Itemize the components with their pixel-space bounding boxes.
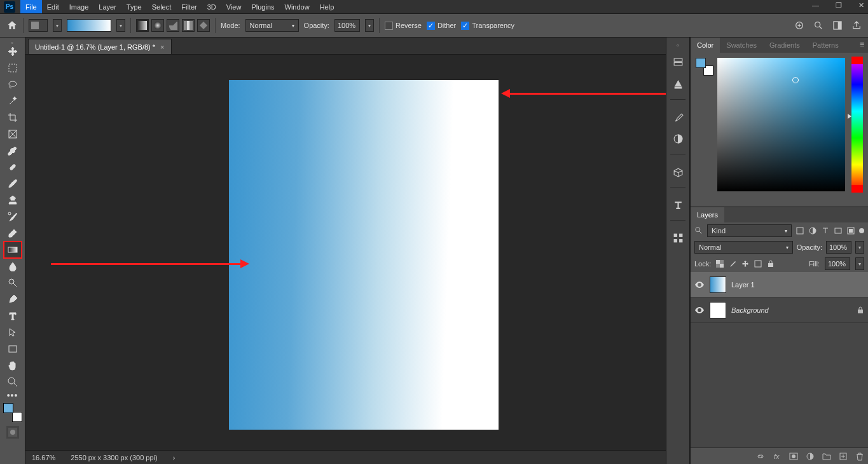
canvas-area[interactable] — [25, 55, 666, 450]
tab-patterns[interactable]: Patterns — [806, 38, 845, 53]
menu-edit[interactable]: Edit — [42, 0, 64, 13]
eyedropper-tool[interactable] — [4, 142, 22, 159]
quick-mask-icon[interactable] — [6, 426, 19, 439]
properties-panel-icon[interactable] — [670, 76, 685, 92]
layer-filter-select[interactable]: Kind▾ — [707, 224, 792, 237]
blend-mode-select[interactable]: Normal▾ — [245, 19, 299, 32]
filter-toggle-icon[interactable] — [859, 228, 864, 233]
home-icon[interactable] — [6, 20, 18, 31]
lock-position-icon[interactable] — [741, 260, 749, 268]
lasso-tool[interactable] — [4, 76, 22, 93]
libraries-panel-icon[interactable] — [670, 164, 685, 179]
layer-name[interactable]: Layer 1 — [731, 281, 864, 289]
history-brush-tool[interactable] — [4, 208, 22, 225]
lock-all-icon[interactable] — [767, 260, 775, 268]
menu-window[interactable]: Window — [280, 0, 315, 13]
menu-3d[interactable]: 3D — [202, 0, 221, 13]
blur-tool[interactable] — [4, 258, 22, 275]
filter-pixel-icon[interactable] — [796, 226, 804, 235]
tab-close-icon[interactable]: × — [160, 43, 164, 51]
fg-swatch[interactable] — [696, 58, 706, 68]
gradient-radial-icon[interactable] — [151, 19, 164, 32]
document-canvas[interactable] — [229, 80, 499, 430]
hue-pointer-icon[interactable] — [848, 114, 851, 119]
menu-select[interactable]: Select — [147, 0, 177, 13]
cloud-icon[interactable] — [794, 20, 804, 31]
lock-artboard-icon[interactable] — [754, 260, 762, 268]
frame-tool[interactable] — [4, 126, 22, 142]
filter-type-icon[interactable] — [821, 226, 830, 235]
character-panel-icon[interactable] — [670, 197, 685, 212]
menu-layer[interactable]: Layer — [93, 0, 121, 13]
layer-opacity-dropdown[interactable]: ▾ — [855, 241, 864, 254]
adjustment-layer-icon[interactable] — [806, 452, 815, 461]
clone-stamp-tool[interactable] — [4, 192, 22, 208]
layer-blend-select[interactable]: Normal▾ — [694, 241, 793, 254]
gradient-angle-icon[interactable] — [167, 19, 179, 32]
gradient-dropdown[interactable]: ▾ — [116, 19, 125, 32]
window-restore-icon[interactable]: ❐ — [836, 1, 842, 10]
adjustments-panel-icon[interactable] — [670, 131, 685, 146]
layer-opacity-input[interactable]: 100% — [826, 241, 851, 254]
visibility-icon[interactable] — [694, 305, 705, 315]
transparency-checkbox[interactable]: ✓Transparency — [461, 22, 514, 30]
fill-dropdown[interactable]: ▾ — [855, 257, 864, 270]
tool-preset-dropdown[interactable]: ▾ — [53, 19, 62, 32]
menu-image[interactable]: Image — [64, 0, 94, 13]
hue-slider[interactable] — [851, 58, 863, 191]
layer-style-icon[interactable]: fx — [773, 452, 782, 461]
lock-pixels-icon[interactable] — [729, 260, 736, 268]
filter-adjust-icon[interactable] — [808, 226, 817, 235]
layer-thumbnail[interactable] — [710, 276, 726, 293]
window-minimize-icon[interactable]: — — [812, 1, 819, 10]
new-layer-icon[interactable] — [839, 452, 848, 461]
hand-tool[interactable] — [4, 357, 22, 374]
rectangle-tool[interactable] — [4, 341, 22, 357]
share-icon[interactable] — [851, 20, 862, 31]
workspace-icon[interactable] — [832, 20, 843, 31]
status-chevron-icon[interactable]: › — [173, 454, 176, 461]
menu-file[interactable]: File — [20, 0, 42, 13]
gradient-preview[interactable] — [67, 19, 111, 32]
tab-layers[interactable]: Layers — [691, 207, 724, 222]
foreground-color-swatch[interactable] — [3, 403, 13, 413]
zoom-level[interactable]: 16.67% — [32, 454, 55, 461]
menu-view[interactable]: View — [221, 0, 247, 13]
gradient-diamond-icon[interactable] — [197, 19, 210, 32]
filter-smart-icon[interactable] — [846, 226, 855, 235]
zoom-tool[interactable] — [4, 374, 22, 390]
marquee-tool[interactable] — [4, 60, 22, 76]
magic-wand-tool[interactable] — [4, 93, 22, 109]
brushes-panel-icon[interactable] — [670, 109, 685, 125]
crop-tool[interactable] — [4, 109, 22, 126]
history-panel-icon[interactable] — [670, 55, 685, 70]
search-icon[interactable] — [694, 226, 703, 235]
color-picker-ring-icon[interactable] — [792, 77, 799, 83]
color-fgbg[interactable] — [696, 58, 713, 76]
doc-dimensions[interactable]: 2550 px x 3300 px (300 ppi) — [71, 454, 157, 461]
delete-layer-icon[interactable] — [855, 452, 864, 461]
link-layers-icon[interactable] — [756, 452, 765, 461]
paths-panel-icon[interactable] — [670, 230, 685, 245]
menu-type[interactable]: Type — [121, 0, 147, 13]
gradient-reflected-icon[interactable] — [182, 19, 195, 32]
layer-row[interactable]: Layer 1 — [691, 272, 868, 297]
background-color-swatch[interactable] — [12, 412, 22, 422]
fill-input[interactable]: 100% — [825, 257, 850, 270]
group-icon[interactable] — [822, 452, 831, 461]
tool-preset-picker[interactable] — [29, 19, 48, 32]
layer-row[interactable]: Background — [691, 297, 868, 323]
tab-gradients[interactable]: Gradients — [763, 38, 806, 53]
visibility-icon[interactable] — [694, 280, 705, 290]
menu-plugins[interactable]: Plugins — [246, 0, 279, 13]
move-tool[interactable] — [4, 43, 22, 60]
layer-thumbnail[interactable] — [710, 302, 726, 318]
foreground-background-colors[interactable] — [3, 403, 22, 422]
opacity-dropdown[interactable]: ▾ — [365, 19, 374, 32]
search-icon[interactable] — [813, 20, 823, 31]
lock-transparency-icon[interactable] — [716, 260, 724, 268]
edit-toolbar-icon[interactable]: ••• — [7, 390, 18, 400]
tab-swatches[interactable]: Swatches — [720, 38, 763, 53]
tab-color[interactable]: Color — [691, 38, 720, 53]
document-tab[interactable]: Untitled-1 @ 16.7% (Layer 1, RGB/8) * × — [28, 39, 172, 54]
